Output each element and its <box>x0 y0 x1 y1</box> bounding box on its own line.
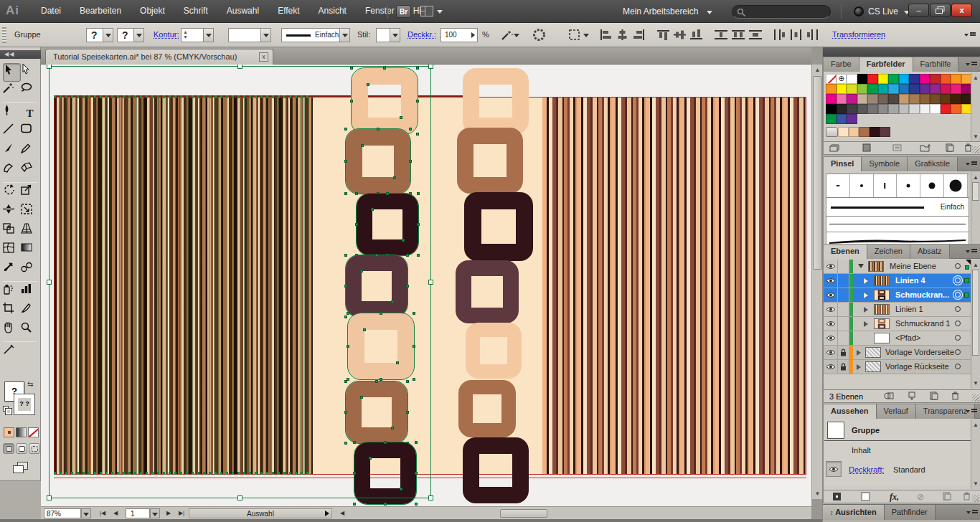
swatch[interactable] <box>909 74 920 84</box>
selection-tool[interactable] <box>3 63 21 82</box>
swatch-grid[interactable]: ⊕ <box>826 74 971 124</box>
style-dropdown[interactable] <box>376 28 400 42</box>
scroll-down-icon[interactable]: ▼ <box>971 131 980 142</box>
swatch[interactable] <box>837 94 847 104</box>
target-icon[interactable] <box>955 321 961 326</box>
distribute-bottom-icon[interactable] <box>749 29 762 40</box>
swatches-scrollbar[interactable]: ▲ ▼ <box>971 72 980 142</box>
swatch[interactable] <box>888 84 899 94</box>
layer-thumbnail[interactable] <box>868 261 884 272</box>
none-button[interactable] <box>28 427 39 437</box>
artboard-tool[interactable] <box>3 303 21 321</box>
swatch[interactable] <box>961 94 972 104</box>
vertical-scrollbar[interactable]: ▲ ▼ <box>811 65 822 499</box>
blob-brush-tool[interactable] <box>3 162 21 181</box>
swatch-color-group[interactable] <box>826 127 890 138</box>
swatch-group-color[interactable] <box>849 127 859 137</box>
layer-name[interactable]: <Pfad> <box>895 333 920 342</box>
artboard-number-field[interactable]: 1 <box>126 508 150 518</box>
opacity-link[interactable]: Deckkraft: <box>849 465 885 474</box>
selection-handle[interactable] <box>428 280 433 285</box>
swatch-kinds-icon[interactable] <box>862 143 872 152</box>
swatch[interactable] <box>878 104 889 114</box>
tab-grafikstile[interactable]: Grafikstile <box>908 157 958 171</box>
workspace-switcher[interactable]: Mein Arbeitsbereich <box>623 0 712 23</box>
calligraphic-brush-list[interactable] <box>826 174 969 198</box>
layer-row-linien-4[interactable]: Linien 4 <box>824 274 971 288</box>
scroll-down-icon[interactable]: ▼ <box>971 378 980 389</box>
swatch[interactable] <box>961 84 972 94</box>
prev-artboard-button[interactable]: ◀ <box>110 508 121 518</box>
layer-thumbnail[interactable] <box>874 333 890 343</box>
minimize-button[interactable]: – <box>908 4 929 17</box>
default-fill-stroke-icon[interactable] <box>3 406 11 414</box>
color-group-folder-icon[interactable] <box>826 127 838 137</box>
layer-thumbnail[interactable] <box>865 361 881 372</box>
target-icon[interactable] <box>955 292 961 298</box>
swatch-libraries-icon[interactable] <box>829 143 840 152</box>
panel-menu-icon[interactable] <box>966 61 977 68</box>
tab-ausrichten[interactable]: ↕ Ausrichten <box>823 505 885 520</box>
selection-bounding-box[interactable] <box>49 66 431 498</box>
visibility-toggle[interactable] <box>824 288 838 302</box>
screen-mode-button[interactable] <box>13 462 29 473</box>
swatch[interactable] <box>899 74 910 84</box>
gradient-button[interactable] <box>16 427 27 437</box>
swatch[interactable] <box>930 74 941 84</box>
draw-inside-mode[interactable] <box>29 443 40 454</box>
lasso-tool[interactable] <box>21 82 39 101</box>
new-sublayer-icon[interactable] <box>907 392 917 400</box>
swatch[interactable] <box>826 114 837 124</box>
ornament-square[interactable] <box>456 260 519 323</box>
swatch[interactable] <box>899 104 910 114</box>
swatch[interactable] <box>878 84 889 94</box>
swatch-group-color[interactable] <box>859 127 870 137</box>
scroll-down-icon[interactable]: ▼ <box>812 488 823 499</box>
selection-handle[interactable] <box>47 65 52 69</box>
distribute-hspace-left-icon[interactable] <box>773 29 786 40</box>
restore-button[interactable] <box>930 4 951 17</box>
tab-farbfelder[interactable]: Farbfelder <box>859 57 913 72</box>
artboard-dropdown-icon[interactable] <box>150 508 160 518</box>
distribute-hspace-right-icon[interactable] <box>806 29 819 40</box>
knife-tool[interactable] <box>3 344 21 363</box>
swatch[interactable] <box>847 94 857 104</box>
layer-name[interactable]: Meine Ebene <box>890 262 936 270</box>
swatch[interactable] <box>837 104 847 114</box>
swatch[interactable] <box>847 74 857 84</box>
swatch[interactable] <box>951 74 961 84</box>
lock-toggle[interactable] <box>838 288 849 302</box>
swatch[interactable] <box>951 104 961 114</box>
swatch[interactable] <box>920 104 930 114</box>
swatch[interactable] <box>888 104 899 114</box>
layer-name[interactable]: Vorlage Vorderseite <box>885 348 954 356</box>
tab-farbe[interactable]: Farbe <box>824 57 859 72</box>
ornament-square[interactable] <box>463 437 529 503</box>
swatch-none[interactable] <box>826 74 837 84</box>
ornament-square[interactable] <box>458 380 516 437</box>
draw-behind-mode[interactable] <box>16 443 27 454</box>
lock-toggle[interactable] <box>838 274 849 288</box>
ornament-square[interactable] <box>457 128 523 194</box>
appearance-scrollbar[interactable]: ▲ ▼ <box>971 419 980 489</box>
selection-handle[interactable] <box>237 495 242 500</box>
hand-tool[interactable] <box>3 322 21 341</box>
target-icon[interactable] <box>955 335 961 341</box>
layer-name[interactable]: Linien 1 <box>895 305 923 313</box>
swatch[interactable] <box>857 104 868 114</box>
swatch[interactable] <box>857 94 868 104</box>
appearance-row-inhalt[interactable]: Inhalt <box>824 441 971 460</box>
transform-link[interactable]: Transformieren <box>832 30 885 39</box>
layers-scrollbar[interactable]: ▲ ▼ <box>971 260 980 389</box>
selection-handle[interactable] <box>237 65 242 69</box>
status-indicator[interactable]: Auswahl <box>189 508 332 518</box>
swatch[interactable] <box>920 84 930 94</box>
scroll-up-icon[interactable]: ▲ <box>812 65 823 75</box>
line-segment-tool[interactable] <box>3 123 21 142</box>
swatch[interactable] <box>899 84 910 94</box>
lock-toggle[interactable] <box>838 346 849 359</box>
bridge-button[interactable]: Br <box>396 5 411 18</box>
magic-wand-tool[interactable] <box>3 82 21 101</box>
panel-menu-icon[interactable] <box>966 408 977 415</box>
swatch[interactable] <box>930 94 941 104</box>
